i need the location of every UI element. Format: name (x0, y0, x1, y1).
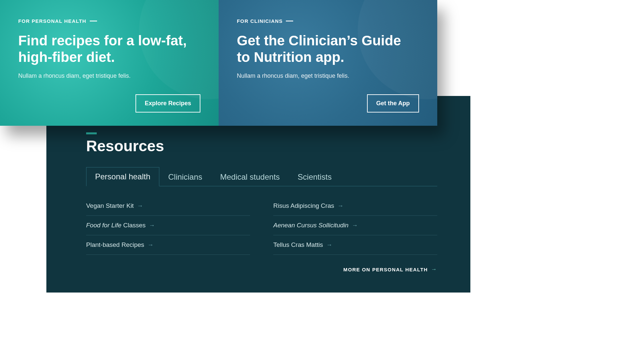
card-personal-health: FOR PERSONAL HEALTH Find recipes for a l… (0, 0, 219, 126)
resource-link-label: Aenean Cursus Sollicitudin (273, 222, 348, 229)
arrow-right-icon: → (147, 242, 153, 249)
arrow-right-icon: → (137, 203, 143, 209)
resource-link-label: Risus Adipiscing Cras (273, 202, 334, 209)
arrow-right-icon: → (352, 222, 358, 229)
tab-personal-health[interactable]: Personal health (86, 167, 159, 186)
card-eyebrow: FOR PERSONAL HEALTH (18, 18, 200, 24)
resource-link-label: Plant-based Recipes (86, 241, 144, 249)
arrow-right-icon: → (149, 222, 155, 229)
card-title: Find recipes for a low-fat, high-fiber d… (18, 32, 190, 65)
resources-links: Vegan Starter Kit → Food for Life Classe… (86, 196, 437, 255)
dash-icon (90, 21, 97, 22)
tab-scientists[interactable]: Scientists (289, 167, 341, 186)
resource-link-label: Food for Life Classes (86, 222, 146, 229)
resource-link[interactable]: Aenean Cursus Sollicitudin → (273, 216, 437, 235)
card-title: Get the Clinician’s Guide to Nutrition a… (237, 32, 409, 65)
tab-medical-students[interactable]: Medical students (211, 167, 289, 186)
resource-link-label: Tellus Cras Mattis (273, 241, 323, 249)
resource-link-label: Vegan Starter Kit (86, 202, 134, 209)
dash-icon (286, 21, 293, 22)
card-subtitle: Nullam a rhoncus diam, eget tristique fe… (237, 72, 419, 79)
card-clinicians: FOR CLINICIANS Get the Clinician’s Guide… (219, 0, 437, 126)
promo-cards-row: FOR PERSONAL HEALTH Find recipes for a l… (0, 0, 437, 126)
resources-tabs: Personal health Clinicians Medical stude… (86, 167, 437, 186)
arrow-right-icon: → (326, 242, 332, 249)
tab-clinicians[interactable]: Clinicians (159, 167, 211, 186)
explore-recipes-button[interactable]: Explore Recipes (135, 94, 200, 113)
resource-link[interactable]: Plant-based Recipes → (86, 235, 250, 255)
eyebrow-text: FOR CLINICIANS (237, 18, 283, 24)
get-the-app-button[interactable]: Get the App (367, 94, 419, 113)
accent-bar (86, 132, 97, 134)
resource-link[interactable]: Tellus Cras Mattis → (273, 235, 437, 255)
more-personal-health-link[interactable]: MORE ON PERSONAL HEALTH → (86, 266, 437, 273)
resources-heading: Resources (86, 137, 437, 155)
arrow-right-icon: → (431, 266, 437, 273)
arrow-right-icon: → (338, 203, 344, 209)
eyebrow-text: FOR PERSONAL HEALTH (18, 18, 86, 24)
resource-link[interactable]: Risus Adipiscing Cras → (273, 196, 437, 216)
card-subtitle: Nullam a rhoncus diam, eget tristique fe… (18, 72, 200, 79)
more-link-label: MORE ON PERSONAL HEALTH (344, 267, 428, 272)
resource-link[interactable]: Vegan Starter Kit → (86, 196, 250, 216)
resource-link[interactable]: Food for Life Classes → (86, 216, 250, 235)
card-eyebrow: FOR CLINICIANS (237, 18, 419, 24)
